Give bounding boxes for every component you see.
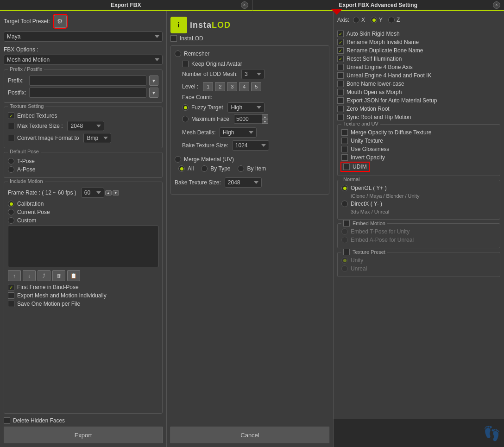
first-frame-bind-pose-checkbox[interactable]: [8, 284, 14, 290]
bone-name-lowercase-checkbox[interactable]: [337, 81, 344, 87]
export-json-auto-material-checkbox[interactable]: [337, 97, 344, 104]
delete-hidden-faces-checkbox[interactable]: [4, 417, 10, 424]
directx-radio[interactable]: [341, 201, 348, 207]
reset-self-illumination-label: Reset Self Illumination: [346, 56, 402, 62]
embed-motion-section: Embed Motion Embed T-Pose for Unity Embe…: [337, 223, 500, 248]
use-glossiness-checkbox[interactable]: [341, 146, 348, 152]
motion-down-btn[interactable]: ↓: [23, 270, 36, 281]
custom-radio[interactable]: [8, 217, 14, 224]
unreal-engine-4-bone-axis-label: Unreal Engine 4 Bone Axis: [346, 64, 413, 70]
auto-skin-rigid-mesh-checkbox[interactable]: [337, 31, 344, 37]
a-pose-label: A-Pose: [17, 166, 35, 173]
auto-skin-rigid-mesh-label: Auto Skin Rigid Mesh: [346, 31, 400, 37]
motion-export-btn[interactable]: ⤴: [38, 270, 50, 281]
unity-texture-checkbox[interactable]: [341, 138, 348, 144]
merge-opacity-to-diffuse-checkbox[interactable]: [341, 129, 348, 136]
rename-duplicate-bone-name-checkbox[interactable]: [337, 47, 344, 54]
axis-y-radio[interactable]: [371, 17, 377, 23]
bake-texture-size-1-row: Bake Texture Size: 1024: [182, 140, 325, 151]
maximum-face-input[interactable]: [234, 114, 262, 124]
current-pose-radio[interactable]: [8, 209, 14, 215]
logo-area: i instaLOD: [170, 15, 329, 35]
number-of-lod-dropdown[interactable]: 3: [241, 69, 265, 79]
level-btn-1[interactable]: 1: [203, 82, 213, 91]
instalod-checkbox[interactable]: [170, 35, 177, 42]
postfix-input[interactable]: [29, 88, 146, 98]
custom-row: Custom: [8, 217, 158, 224]
opengl-row: OpenGL ( Y+ ): [341, 185, 496, 191]
prefix-dropdown-btn[interactable]: ▼: [149, 76, 158, 86]
texture-preset-unreal-radio[interactable]: [341, 265, 348, 272]
framerate-dropdown[interactable]: 60: [81, 188, 104, 198]
reset-self-illumination-checkbox[interactable]: [337, 56, 344, 62]
texture-preset-unity-radio[interactable]: [341, 257, 348, 264]
max-texture-size-row: Max Texture Size : 2048: [8, 121, 158, 131]
rename-morph-invalid-name-checkbox[interactable]: [337, 39, 344, 45]
gear-button[interactable]: ⚙: [54, 15, 67, 28]
embed-a-pose-radio[interactable]: [341, 237, 348, 243]
texture-preset-checkbox[interactable]: [343, 249, 350, 255]
embed-t-pose-radio[interactable]: [341, 228, 348, 235]
maximum-face-up[interactable]: ▲: [262, 114, 268, 119]
embed-motion-checkbox[interactable]: [343, 220, 350, 227]
max-texture-size-checkbox[interactable]: [8, 123, 14, 129]
a-pose-radio[interactable]: [8, 166, 14, 173]
calibration-radio[interactable]: [8, 201, 14, 207]
zero-motion-root-checkbox[interactable]: [337, 106, 344, 112]
save-one-motion-per-file-checkbox[interactable]: [8, 301, 14, 307]
axis-x-radio[interactable]: [353, 17, 359, 23]
export-mesh-motion-individually-checkbox[interactable]: [8, 292, 14, 299]
merge-by-type-radio[interactable]: [201, 165, 208, 172]
bone-name-lowercase-label: Bone Name lower-case: [346, 81, 404, 87]
embed-textures-checkbox[interactable]: [8, 113, 14, 119]
target-preset-row: Target Tool Preset: ⚙: [4, 15, 163, 28]
motion-up-btn[interactable]: ↑: [8, 270, 21, 281]
level-btn-5[interactable]: 5: [251, 82, 261, 91]
bake-texture-size-1-label: Bake Texture Size:: [182, 142, 228, 149]
merge-material-radio[interactable]: [175, 156, 181, 163]
convert-image-format-checkbox[interactable]: [8, 135, 14, 141]
maximum-face-radio[interactable]: [182, 116, 189, 122]
udim-checkbox[interactable]: [343, 164, 350, 170]
motion-copy-btn[interactable]: 📋: [67, 270, 80, 281]
bake-texture-size-1-dropdown[interactable]: 1024: [232, 140, 269, 151]
fuzzy-target-dropdown[interactable]: High: [227, 102, 265, 113]
level-btn-2[interactable]: 2: [215, 82, 225, 91]
advanced-setting-close[interactable]: ×: [493, 1, 500, 9]
prefix-input[interactable]: [29, 76, 146, 86]
axis-z-radio[interactable]: [388, 17, 395, 23]
merge-by-item-radio[interactable]: [238, 165, 244, 172]
max-texture-size-dropdown[interactable]: 2048: [67, 121, 104, 131]
unreal-engine-4-hand-foot-ik-checkbox[interactable]: [337, 72, 344, 79]
export-fbx-close[interactable]: ×: [241, 1, 248, 9]
merge-all-radio[interactable]: [178, 165, 185, 172]
export-button[interactable]: Export: [4, 427, 163, 443]
cancel-button[interactable]: Cancel: [170, 427, 329, 443]
mouth-open-as-morph-checkbox[interactable]: [337, 89, 344, 95]
opengl-radio[interactable]: [341, 185, 348, 191]
maximum-face-down[interactable]: ▼: [262, 119, 268, 124]
axis-z-item: Z: [388, 17, 400, 23]
level-btn-3[interactable]: 3: [227, 82, 237, 91]
keep-original-avatar-checkbox[interactable]: [182, 61, 189, 67]
unity-texture-row: Unity Texture: [341, 138, 496, 144]
bake-texture-size-2-row: Bake Texture Size: 2048: [175, 177, 325, 188]
remesher-radio[interactable]: [175, 50, 181, 57]
framerate-down-btn[interactable]: ▼: [113, 190, 119, 195]
mesh-details-dropdown[interactable]: High: [220, 127, 257, 138]
unreal-engine-4-bone-axis-checkbox[interactable]: [337, 64, 344, 70]
bake-texture-size-2-dropdown[interactable]: 2048: [225, 177, 262, 188]
maya-dropdown[interactable]: Maya: [4, 31, 163, 42]
sync-root-hip-motion-checkbox[interactable]: [337, 114, 344, 120]
level-btn-4[interactable]: 4: [239, 82, 249, 91]
motion-delete-btn[interactable]: 🗑: [52, 270, 65, 281]
invert-opacity-checkbox[interactable]: [341, 154, 348, 161]
fbx-options-dropdown[interactable]: Mesh and Motion: [4, 55, 163, 65]
framerate-up-btn[interactable]: ▲: [105, 190, 112, 195]
t-pose-radio[interactable]: [8, 158, 14, 164]
directx-subtext: 3ds Max / Unreal: [341, 209, 496, 214]
mesh-details-label: Mesh Details:: [182, 129, 216, 136]
fuzzy-target-radio[interactable]: [182, 104, 189, 111]
postfix-dropdown-btn[interactable]: ▼: [149, 88, 158, 98]
convert-image-format-dropdown[interactable]: Bmp: [83, 133, 111, 143]
